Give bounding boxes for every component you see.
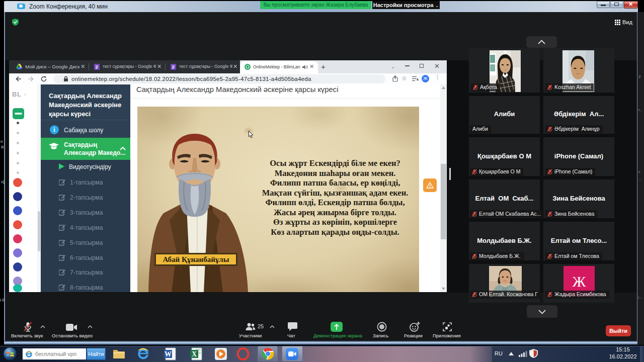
svg-text:W: W	[165, 350, 172, 358]
svg-text:X: X	[192, 350, 197, 358]
